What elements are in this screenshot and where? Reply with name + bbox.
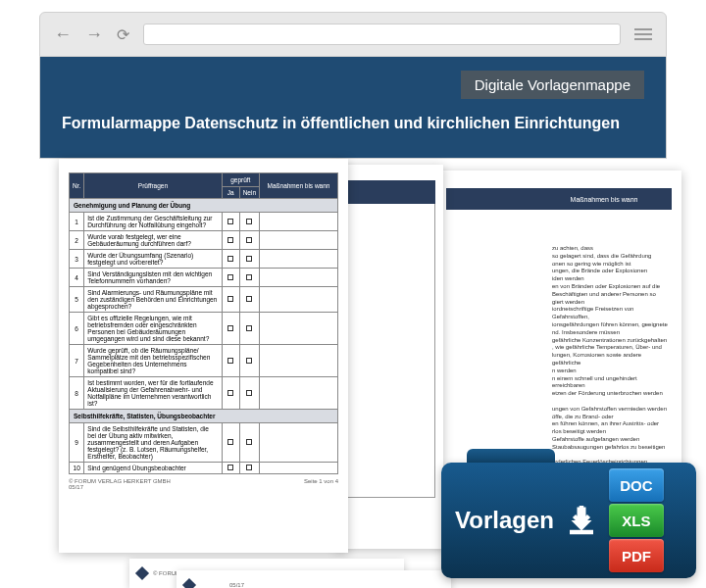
doc2-header xyxy=(343,180,435,204)
folder-label: Vorlagen xyxy=(455,507,554,534)
doc-footer: © FORUM VERLAG HERKERT GMBH Seite 1 von … xyxy=(69,474,338,484)
format-pdf[interactable]: PDF xyxy=(609,539,664,572)
checkbox-ja[interactable] xyxy=(227,390,233,396)
checkbox-ja[interactable] xyxy=(227,219,233,224)
logo-icon xyxy=(135,566,149,580)
checkbox-ja[interactable] xyxy=(227,296,233,302)
checkbox-ja[interactable] xyxy=(227,439,233,445)
table-row: 2Wurde vorab festgelegt, wer eine Gebäud… xyxy=(70,231,338,250)
page-header: Digitale Vorlagenmappe Formularmappe Dat… xyxy=(39,57,667,159)
checkbox-nein[interactable] xyxy=(246,390,252,396)
document-middle xyxy=(335,165,443,549)
footer-date: 05/17 xyxy=(69,484,338,490)
checkbox-nein[interactable] xyxy=(246,219,252,224)
col-nein: Nein xyxy=(239,187,259,199)
doc3-body-text: zu achten, dass so gelagert sind, dass d… xyxy=(552,220,672,474)
document-peek-2: 05/17 xyxy=(176,570,451,588)
format-doc[interactable]: DOC xyxy=(609,468,664,502)
forward-icon[interactable]: → xyxy=(85,24,103,45)
table-row: 7Wurde geprüft, ob die Räumungspläne/ Sa… xyxy=(70,345,338,377)
back-icon[interactable]: ← xyxy=(54,24,72,45)
header-badge: Digitale Vorlagenmappe xyxy=(461,71,644,99)
page-title: Formularmappe Datenschutz in öffentliche… xyxy=(62,99,644,132)
doc3-col-header: Maßnahmen bis wann xyxy=(536,188,672,210)
checkbox-nein[interactable] xyxy=(246,237,252,243)
checkbox-ja[interactable] xyxy=(227,325,233,331)
table-row: 5Sind Alarmierungs- und Räumungspläne mi… xyxy=(70,287,338,313)
url-input[interactable] xyxy=(143,24,621,45)
logo-icon xyxy=(182,578,196,588)
table-row: 4Sind Verständigungslisten mit den wicht… xyxy=(70,269,338,287)
col-geprueft: geprüft xyxy=(222,173,259,187)
checkbox-nein[interactable] xyxy=(246,325,252,331)
checkbox-ja[interactable] xyxy=(227,274,233,280)
format-xls[interactable]: XLS xyxy=(609,504,664,537)
table-row: 1Ist die Zustimmung der Geschäftsleitung… xyxy=(70,213,338,231)
document-front: Nr. Prüffragen geprüft Maßnahmen bis wan… xyxy=(59,159,348,553)
col-nr: Nr. xyxy=(70,173,84,199)
reload-icon[interactable]: ⟳ xyxy=(117,25,129,44)
table-row: 6Gibt es offizielle Regelungen, wie mit … xyxy=(70,313,338,345)
checkbox-nein[interactable] xyxy=(246,358,252,364)
checkbox-ja[interactable] xyxy=(227,465,233,470)
checkbox-nein[interactable] xyxy=(246,274,252,280)
download-folder[interactable]: Vorlagen DOC XLS PDF xyxy=(441,463,696,578)
checkbox-ja[interactable] xyxy=(227,237,233,243)
col-massnahmen: Maßnahmen bis wann xyxy=(260,173,338,199)
section-header: Genehmigung und Planung der Übung xyxy=(70,199,338,213)
checkbox-nein[interactable] xyxy=(246,296,252,302)
table-row: 3Wurde der Übungsumfang (Szenario) festg… xyxy=(70,250,338,269)
download-icon xyxy=(564,503,599,538)
footer-page: Seite 1 von 4 xyxy=(304,478,338,484)
table-row: 8Ist bestimmt worden, wer für die fortla… xyxy=(70,377,338,410)
section-header: Selbsthilfekräfte, Statisten, Übungsbeob… xyxy=(70,410,338,423)
col-ja: Ja xyxy=(222,187,239,199)
checkbox-nein[interactable] xyxy=(246,439,252,445)
checkbox-ja[interactable] xyxy=(227,358,233,364)
checkbox-ja[interactable] xyxy=(227,256,233,262)
table-row: 10Sind genügend Übungsbeobachter xyxy=(70,463,338,474)
checklist-table: Nr. Prüffragen geprüft Maßnahmen bis wan… xyxy=(69,172,338,474)
checkbox-nein[interactable] xyxy=(246,256,252,262)
footer-copyright: © FORUM VERLAG HERKERT GMBH xyxy=(69,478,171,484)
format-badges: DOC XLS PDF xyxy=(609,468,664,572)
browser-toolbar: ← → ⟳ xyxy=(39,12,667,57)
table-row: 9Sind die Selbsthilfekräfte und Statiste… xyxy=(70,423,338,463)
menu-icon[interactable] xyxy=(634,28,652,40)
checkbox-nein[interactable] xyxy=(246,465,252,470)
col-frage: Prüffragen xyxy=(84,173,222,199)
